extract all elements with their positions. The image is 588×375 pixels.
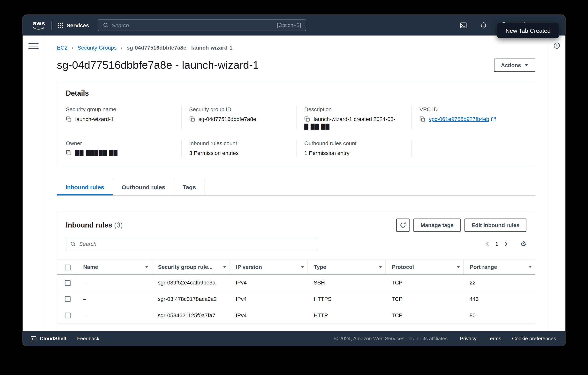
- inbound-rules-header: Inbound rules (3) Manage ta: [57, 219, 535, 232]
- row-checkbox[interactable]: [65, 313, 71, 319]
- breadcrumb: EC2 › Security Groups › sg-04d77516dbbfe…: [57, 44, 536, 51]
- inbound-count-value: 3 Permission entries: [189, 150, 239, 156]
- breadcrumb-ec2-link[interactable]: EC2: [57, 44, 67, 51]
- redacted-owner-id: ██ █████ ██: [75, 150, 118, 156]
- page-body: EC2 › Security Groups › sg-04d77516dbbfe…: [23, 35, 565, 331]
- table-header-row: Name Security group rule... IP version T…: [57, 260, 535, 275]
- row-checkbox[interactable]: [65, 280, 71, 286]
- field-description: Description launch-wizard-1 created 2024…: [296, 106, 411, 129]
- refresh-button[interactable]: [397, 219, 410, 232]
- chevron-right-icon: [505, 242, 508, 246]
- edit-inbound-rules-button[interactable]: Edit inbound rules: [464, 219, 526, 232]
- description-value: launch-wizard-1 created 2024-08-: [314, 116, 395, 122]
- inbound-rules-title: Inbound rules: [66, 221, 112, 229]
- notifications-bell-icon: [480, 22, 487, 29]
- actions-button[interactable]: Actions: [494, 58, 536, 72]
- services-label: Services: [67, 22, 89, 28]
- footer-cookie-preferences-link[interactable]: Cookie preferences: [512, 336, 556, 342]
- tab-inbound-rules[interactable]: Inbound rules: [57, 179, 113, 195]
- table-row: – sgr-039f52e4cafb9be3a IPv4 SSH TCP 22: [57, 275, 535, 291]
- field-security-group-name: Security group name launch-wizard-1: [66, 106, 181, 129]
- history-icon-button[interactable]: [552, 41, 562, 51]
- tab-bar: Inbound rules Outbound rules Tags: [57, 179, 536, 196]
- inbound-rules-panel: Inbound rules (3) Manage ta: [57, 212, 536, 331]
- copy-icon[interactable]: [66, 150, 72, 156]
- chevron-right-icon: ›: [71, 44, 74, 51]
- cloudshell-icon: [460, 22, 467, 29]
- security-group-name-value: launch-wizard-1: [75, 116, 114, 122]
- next-page-button[interactable]: [502, 239, 511, 249]
- column-filter-icon[interactable]: [145, 266, 148, 268]
- rules-search-bar[interactable]: [66, 238, 317, 250]
- global-search-input[interactable]: [112, 22, 274, 28]
- previous-page-button[interactable]: [483, 239, 492, 249]
- console-footer: CloudShell Feedback © 2024, Amazon Web S…: [23, 331, 565, 346]
- details-panel: Details Security group name: [57, 82, 536, 166]
- aws-logo[interactable]: aws: [33, 20, 45, 30]
- page-title: sg-04d77516dbbfe7a8e - launch-wizard-1: [57, 59, 259, 71]
- field-outbound-rules-count: Outbound rules count 1 Permission entry: [296, 140, 411, 157]
- rules-search-input[interactable]: [79, 241, 313, 247]
- column-filter-icon[interactable]: [301, 266, 304, 268]
- footer-terms-link[interactable]: Terms: [487, 336, 501, 342]
- menu-icon: [28, 43, 38, 44]
- tab-tags[interactable]: Tags: [174, 179, 205, 195]
- services-menu-button[interactable]: Services: [58, 22, 89, 28]
- notifications-button[interactable]: [478, 19, 489, 31]
- outbound-count-value: 1 Permission entry: [304, 150, 349, 156]
- column-filter-icon[interactable]: [378, 266, 382, 268]
- select-all-checkbox[interactable]: [65, 265, 71, 270]
- column-filter-icon[interactable]: [456, 266, 460, 268]
- field-security-group-id: Security group ID sg-04d77516dbbfe7a8e: [181, 106, 296, 129]
- page-header: sg-04d77516dbbfe7a8e - launch-wizard-1 A…: [57, 58, 536, 72]
- inbound-rules-count-badge: (3): [114, 221, 123, 229]
- aws-smile-icon: [33, 27, 45, 30]
- global-search-bar[interactable]: [Option+S]: [98, 19, 306, 31]
- aws-logo-text: aws: [33, 20, 45, 27]
- footer-privacy-link[interactable]: Privacy: [460, 336, 477, 342]
- field-vpc-id: VPC ID vpc-061e9765b927fb4eb: [411, 106, 526, 129]
- left-sidebar: [23, 35, 44, 331]
- inbound-rules-table: Name Security group rule... IP version T…: [57, 260, 535, 323]
- gear-icon: ⚙: [520, 240, 526, 248]
- manage-tags-button[interactable]: Manage tags: [414, 219, 461, 232]
- sidebar-toggle-button[interactable]: [28, 42, 38, 50]
- cloudshell-button[interactable]: [457, 19, 469, 31]
- details-grid: Security group name launch-wizard-1: [66, 106, 526, 157]
- field-empty: [411, 140, 526, 157]
- tab-outbound-rules[interactable]: Outbound rules: [113, 179, 174, 195]
- table-preferences-button[interactable]: ⚙: [520, 240, 526, 247]
- footer-feedback-button[interactable]: Feedback: [77, 336, 99, 342]
- copy-icon[interactable]: [66, 116, 72, 122]
- security-group-id-value: sg-04d77516dbbfe7a8e: [199, 116, 256, 122]
- field-inbound-rules-count: Inbound rules count 3 Permission entries: [181, 140, 296, 157]
- chevron-right-icon: ›: [121, 44, 123, 51]
- caret-down-icon: [525, 64, 528, 66]
- current-page-number[interactable]: 1: [495, 241, 498, 247]
- breadcrumb-security-groups-link[interactable]: Security Groups: [78, 44, 117, 51]
- column-filter-icon[interactable]: [528, 266, 532, 268]
- column-filter-icon[interactable]: [223, 266, 226, 268]
- breadcrumb-current: sg-04d77516dbbfe7a8e - launch-wizard-1: [127, 44, 232, 51]
- actions-label: Actions: [501, 62, 521, 68]
- copy-icon[interactable]: [189, 116, 195, 122]
- table-row: – sgr-03f478c0178aca9a2 IPv4 HTTPS TCP 4…: [57, 291, 535, 307]
- new-tab-toast: New Tab Created: [497, 23, 559, 38]
- table-row: – sgr-0584621125f0a7fa7 IPv4 HTTP TCP 80: [57, 307, 535, 323]
- refresh-icon: [400, 222, 406, 228]
- services-grid-icon: [58, 22, 63, 28]
- chevron-left-icon: [486, 242, 489, 246]
- cloudshell-icon: [30, 335, 37, 342]
- footer-copyright: © 2024, Amazon Web Services, Inc. or its…: [334, 336, 449, 342]
- history-clock-icon: [553, 42, 560, 49]
- copy-icon[interactable]: [420, 116, 425, 122]
- search-icon: [70, 241, 76, 247]
- vpc-id-link[interactable]: vpc-061e9765b927fb4eb: [429, 116, 496, 122]
- footer-cloudshell-button[interactable]: CloudShell: [30, 335, 66, 342]
- copy-icon[interactable]: [304, 116, 310, 122]
- search-icon: [103, 22, 108, 28]
- nav-divider: [52, 21, 52, 30]
- main-content: EC2 › Security Groups › sg-04d77516dbbfe…: [44, 35, 548, 331]
- right-rail: [548, 35, 565, 331]
- row-checkbox[interactable]: [65, 296, 71, 302]
